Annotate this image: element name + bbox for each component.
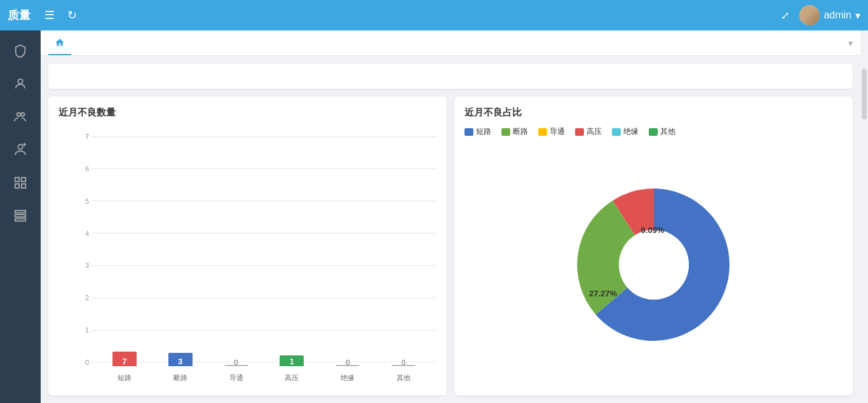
- x-label-导通: 导通: [208, 373, 264, 383]
- scroll-thumb[interactable]: [862, 69, 867, 119]
- bar-chart-title: 近月不良数量: [58, 107, 437, 119]
- tab-chevron-icon[interactable]: ▾: [848, 38, 853, 48]
- legend-dot-高压: [575, 128, 584, 136]
- bar-其他: [391, 365, 416, 366]
- tab-home[interactable]: [48, 30, 71, 55]
- y-label-0: 0: [78, 359, 89, 366]
- content-area: ▾ 近月不良数量 7: [41, 30, 860, 403]
- pie-chart-card: 近月不良占比 短路 断路 导通: [454, 96, 853, 395]
- x-label-其他: 其他: [376, 373, 431, 383]
- bar-group-高压: 1: [264, 355, 320, 366]
- legend-其他: 其他: [649, 126, 675, 137]
- sidebar-item-shield[interactable]: [5, 36, 36, 66]
- svg-rect-10: [15, 211, 26, 213]
- pie-svg: 63.64% 27.27% 9.09%: [559, 169, 749, 360]
- svg-rect-8: [15, 184, 19, 188]
- bar-group-绝缘: [320, 365, 376, 366]
- legend-label-短路: 短路: [476, 126, 491, 137]
- x-label-断路: 断路: [153, 373, 208, 383]
- svg-rect-11: [15, 215, 26, 217]
- y-label-6: 6: [78, 165, 89, 173]
- tab-bar: ▾: [41, 30, 860, 56]
- pie-legend: 短路 断路 导通 高压: [465, 126, 843, 137]
- svg-point-2: [21, 113, 24, 117]
- username-label: admin: [824, 10, 851, 21]
- legend-短路: 短路: [465, 126, 491, 137]
- x-label-高压: 高压: [264, 373, 320, 383]
- y-label-2: 2: [78, 294, 89, 301]
- pie-chart-title: 近月不良占比: [465, 107, 843, 119]
- svg-rect-6: [15, 178, 19, 182]
- legend-label-断路: 断路: [513, 126, 528, 137]
- bar-短路: 7: [112, 352, 137, 366]
- menu-toggle-button[interactable]: ☰: [41, 6, 58, 25]
- header: 质量 ☰ ↻ ⤢ admin ▾: [0, 0, 868, 30]
- bar-绝缘: [336, 365, 360, 366]
- legend-dot-断路: [501, 128, 510, 136]
- y-label-3: 3: [78, 261, 89, 269]
- svg-rect-12: [15, 219, 26, 221]
- legend-高压: 高压: [575, 126, 602, 137]
- bar-group-断路: 3: [153, 353, 208, 366]
- sidebar-item-grid1[interactable]: [5, 168, 36, 198]
- bar-chart-container: 7 6 5 4 3 2 1 0: [58, 126, 437, 385]
- top-bar: [48, 63, 853, 89]
- user-chevron-icon: ▾: [855, 10, 860, 22]
- sidebar-item-user3[interactable]: [5, 135, 36, 165]
- x-label-短路: 短路: [97, 373, 153, 383]
- bar-val-高压: 1: [290, 357, 294, 366]
- pie-center: [619, 230, 689, 300]
- right-scrollbar[interactable]: [860, 30, 868, 403]
- pie-wrapper: 63.64% 27.27% 9.09%: [465, 143, 843, 385]
- cards-area: 近月不良数量 7 6 5 4 3: [41, 56, 860, 403]
- legend-label-其他: 其他: [660, 126, 675, 137]
- user-menu[interactable]: admin ▾: [799, 5, 860, 25]
- x-label-绝缘: 绝缘: [320, 373, 376, 383]
- bar-group-短路: 7: [97, 352, 153, 366]
- y-label-1: 1: [78, 326, 89, 334]
- svg-point-0: [18, 79, 22, 84]
- svg-point-1: [17, 113, 21, 117]
- pie-label-高压: 9.09%: [641, 225, 664, 235]
- charts-row: 近月不良数量 7 6 5 4 3: [48, 96, 853, 395]
- avatar: [799, 5, 820, 25]
- legend-dot-绝缘: [612, 128, 621, 136]
- sidebar-item-user1[interactable]: [5, 69, 36, 99]
- legend-绝缘: 绝缘: [612, 126, 639, 137]
- legend-label-绝缘: 绝缘: [623, 126, 639, 137]
- svg-point-3: [18, 145, 22, 149]
- app-title: 质量: [8, 8, 31, 23]
- refresh-button[interactable]: ↻: [64, 6, 81, 25]
- legend-dot-导通: [538, 128, 547, 136]
- legend-dot-短路: [465, 128, 473, 136]
- svg-rect-9: [22, 184, 25, 188]
- sidebar: [0, 30, 41, 403]
- bar-val-短路: 7: [122, 357, 126, 366]
- sidebar-item-grid2[interactable]: [5, 201, 36, 231]
- bar-导通: [224, 365, 248, 366]
- bar-chart-card: 近月不良数量 7 6 5 4 3: [48, 96, 447, 395]
- legend-断路: 断路: [501, 126, 528, 137]
- y-label-7: 7: [78, 133, 89, 140]
- bar-group-其他: [376, 365, 431, 366]
- bar-高压: 1: [280, 355, 304, 366]
- legend-dot-其他: [649, 128, 658, 136]
- legend-label-高压: 高压: [587, 126, 602, 137]
- y-label-5: 5: [78, 197, 89, 205]
- main-layout: ▾ 近月不良数量 7: [0, 30, 868, 403]
- expand-icon[interactable]: ⤢: [781, 10, 789, 22]
- y-label-4: 4: [78, 230, 89, 237]
- legend-label-导通: 导通: [550, 126, 565, 137]
- bar-断路: 3: [168, 353, 193, 366]
- pie-label-断路: 27.27%: [588, 289, 617, 298]
- bar-group-导通: [208, 365, 264, 366]
- sidebar-item-user2[interactable]: [5, 102, 36, 132]
- svg-rect-7: [22, 178, 25, 182]
- legend-导通: 导通: [538, 126, 565, 137]
- bar-val-断路: 3: [178, 357, 182, 366]
